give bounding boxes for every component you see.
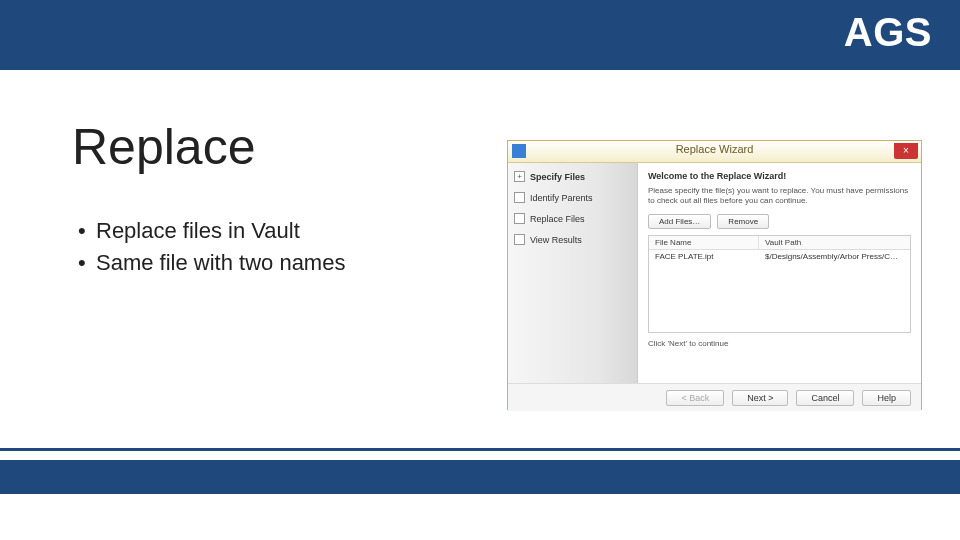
- bullet-list: Replace files in Vault Same file with tw…: [78, 215, 345, 279]
- dialog-titlebar: Replace Wizard ×: [508, 141, 921, 163]
- wizard-step-replace-files[interactable]: Replace Files: [514, 213, 631, 224]
- wizard-step-identify-parents[interactable]: Identify Parents: [514, 192, 631, 203]
- bullet-dot-icon: [78, 247, 96, 279]
- step-label: View Results: [530, 235, 582, 245]
- dialog-main-panel: Welcome to the Replace Wizard! Please sp…: [638, 163, 921, 383]
- replace-wizard-dialog: Replace Wizard × Specify Files Identify …: [507, 140, 922, 410]
- close-button[interactable]: ×: [894, 143, 918, 159]
- column-header-vaultpath[interactable]: Vault Path: [759, 236, 910, 249]
- footer-divider-thin: [0, 448, 960, 451]
- bullet-text: Replace files in Vault: [96, 215, 300, 247]
- step-label: Specify Files: [530, 172, 585, 182]
- next-button[interactable]: Next >: [732, 390, 788, 406]
- step-label: Identify Parents: [530, 193, 593, 203]
- cancel-button[interactable]: Cancel: [796, 390, 854, 406]
- step-indicator-icon: [514, 234, 525, 245]
- app-icon: [512, 144, 526, 158]
- file-action-buttons: Add Files… Remove: [648, 214, 911, 229]
- header-bar: AGS: [0, 0, 960, 70]
- help-button[interactable]: Help: [862, 390, 911, 406]
- table-row[interactable]: FACE PLATE.ipt $/Designs/Assembly/Arbor …: [649, 250, 910, 263]
- bullet-text: Same file with two names: [96, 247, 345, 279]
- table-header: File Name Vault Path: [649, 236, 910, 250]
- wizard-description: Please specify the file(s) you want to r…: [648, 186, 911, 206]
- step-indicator-icon: [514, 171, 525, 182]
- wizard-step-specify-files[interactable]: Specify Files: [514, 171, 631, 182]
- column-header-filename[interactable]: File Name: [649, 236, 759, 249]
- dialog-footer: < Back Next > Cancel Help: [508, 383, 921, 411]
- back-button[interactable]: < Back: [666, 390, 724, 406]
- wizard-steps: Specify Files Identify Parents Replace F…: [508, 163, 638, 383]
- bullet-item: Replace files in Vault: [78, 215, 345, 247]
- slide: AGS Replace Replace files in Vault Same …: [0, 0, 960, 540]
- add-files-button[interactable]: Add Files…: [648, 214, 711, 229]
- brand-text: AGS: [844, 10, 932, 55]
- cell-vaultpath: $/Designs/Assembly/Arbor Press/C…: [759, 250, 910, 263]
- footer-bar: [0, 460, 960, 494]
- remove-button[interactable]: Remove: [717, 214, 769, 229]
- step-indicator-icon: [514, 192, 525, 203]
- step-label: Replace Files: [530, 214, 585, 224]
- wizard-welcome: Welcome to the Replace Wizard!: [648, 171, 911, 181]
- bullet-item: Same file with two names: [78, 247, 345, 279]
- bullet-dot-icon: [78, 215, 96, 247]
- dialog-title: Replace Wizard: [676, 143, 754, 155]
- slide-title: Replace: [72, 118, 255, 176]
- cell-filename: FACE PLATE.ipt: [649, 250, 759, 263]
- wizard-step-view-results[interactable]: View Results: [514, 234, 631, 245]
- dialog-body: Specify Files Identify Parents Replace F…: [508, 163, 921, 383]
- wizard-hint: Click 'Next' to continue: [648, 339, 911, 348]
- file-table: File Name Vault Path FACE PLATE.ipt $/De…: [648, 235, 911, 333]
- step-indicator-icon: [514, 213, 525, 224]
